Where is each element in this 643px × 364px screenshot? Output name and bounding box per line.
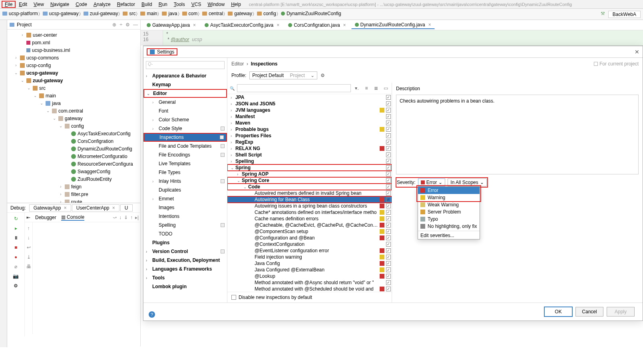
run-tab-more[interactable]: U [120, 204, 133, 212]
settings-search[interactable] [146, 61, 225, 69]
inspection-item[interactable]: Method annotated with @Scheduled should … [227, 286, 392, 292]
inspection-item[interactable]: @ComponentScan setup [227, 228, 392, 235]
menu-code[interactable]: Code [72, 1, 90, 8]
inspection-checkbox[interactable] [386, 184, 391, 189]
breadcrumb-config[interactable]: config [257, 11, 276, 16]
close-tab-icon[interactable]: × [277, 22, 279, 28]
inspection-item[interactable]: Cache* annotations defined on interfaces… [227, 209, 392, 216]
inspection-checkbox[interactable] [386, 216, 391, 221]
settings-tree-item[interactable]: Font [143, 107, 227, 115]
apply-button[interactable]: Apply [607, 307, 635, 317]
tree-item[interactable]: ⌄ucsp-gateway [7, 69, 140, 77]
inspection-checkbox[interactable] [386, 191, 391, 196]
menu-view[interactable]: View [30, 1, 47, 8]
settings-tree-item[interactable]: Live Templates [143, 159, 227, 168]
menu-file[interactable]: File [2, 1, 16, 8]
inspection-item[interactable]: Field injection warning [227, 254, 392, 260]
breakpoints-icon[interactable]: ● [14, 254, 17, 260]
menu-tools[interactable]: Tools [171, 1, 188, 8]
camera-icon[interactable]: 📷 [13, 273, 19, 279]
tree-item[interactable]: ⌄java [7, 99, 140, 107]
tree-item[interactable]: ⌄src [7, 84, 140, 92]
settings-tree-item[interactable]: ›General [143, 98, 227, 107]
inspection-checkbox[interactable] [386, 127, 391, 132]
tree-item[interactable]: ›user-center [7, 31, 140, 39]
tree-item[interactable]: ⌄com.central [7, 107, 140, 115]
cancel-button[interactable]: Cancel [575, 307, 603, 317]
inspection-checkbox[interactable] [386, 152, 391, 157]
tree-item[interactable]: ⌄zuul-gateway [7, 77, 140, 84]
tree-item[interactable]: ⌄gateway [7, 115, 140, 122]
settings-tree-item[interactable]: File and Code Templates [143, 142, 227, 150]
breadcrumb-java[interactable]: java [162, 11, 177, 16]
inspection-checkbox[interactable] [386, 159, 391, 164]
breadcrumb-central[interactable]: central [202, 11, 223, 16]
menu-navigate[interactable]: Navigate [47, 1, 72, 8]
tree-item[interactable]: ›ucsp-config [7, 61, 140, 69]
settings-tree-item[interactable]: Intentions [143, 212, 227, 221]
severity-option[interactable]: No highlighting, only fix [418, 223, 480, 230]
filter-icon[interactable]: ▾. [353, 85, 360, 92]
breadcrumb-ucsp-gateway[interactable]: ucsp-gateway [43, 11, 79, 16]
inspections-tree[interactable]: ›JPA›JSON and JSON5›JVM languages›Manife… [227, 94, 392, 292]
settings-tree-item[interactable]: ›Inlay Hints [143, 177, 227, 186]
tree-item[interactable]: DynamicZuulRouteConfig [7, 145, 140, 152]
settings-tree-item[interactable]: ⌄Editor [143, 89, 227, 98]
inspection-item[interactable]: ›RegExp [227, 139, 392, 145]
menu-window[interactable]: Window [204, 1, 228, 8]
inspection-item[interactable]: ›Shell Script [227, 152, 392, 158]
settings-tree-item[interactable]: ›Code Style [143, 124, 227, 133]
settings-tree-item[interactable]: Plugins [143, 238, 227, 247]
build-icon[interactable]: ⚒ [601, 11, 605, 18]
tree-item[interactable]: ResourceServerConfigura [7, 160, 140, 168]
run-config-button[interactable]: BackWebA [608, 11, 641, 18]
severity-option[interactable]: Warning [418, 194, 480, 201]
project-hide-icon[interactable]: — [133, 22, 138, 28]
inspection-checkbox[interactable] [386, 133, 391, 138]
project-settings-icon[interactable]: ⚙ [125, 22, 130, 28]
run-tab-gatewayapp[interactable]: GatewayApp × [29, 204, 71, 212]
inspection-item[interactable]: @EventListener configuration error [227, 247, 392, 254]
settings-tree-item[interactable]: Spelling [143, 221, 227, 229]
inspection-item[interactable]: Method annotated with @Async should retu… [227, 279, 392, 286]
severity-option[interactable]: Weak Warning [418, 201, 480, 208]
console-up-icon[interactable]: ↑ [28, 226, 30, 231]
inspection-checkbox[interactable] [386, 95, 391, 100]
inspection-checkbox[interactable] [386, 197, 391, 202]
inspection-item[interactable]: ⌄Spring [227, 164, 392, 171]
breadcrumb-src[interactable]: src [123, 11, 135, 16]
tree-item[interactable]: ucsp-business.iml [7, 46, 140, 54]
tree-item[interactable]: ›feign [7, 183, 140, 190]
expand-all-icon[interactable]: ≡ [363, 85, 370, 92]
close-tab-icon[interactable]: × [193, 22, 196, 28]
tree-item[interactable]: ›ucsp-commons [7, 54, 140, 61]
settings-tree-item[interactable]: Images [143, 203, 227, 212]
menu-edit[interactable]: Edit [16, 1, 30, 8]
settings-icon[interactable]: ⚙ [14, 283, 18, 289]
settings-tree-item[interactable]: TODO [143, 229, 227, 238]
inspection-item[interactable]: ›Spring AOP [227, 171, 392, 177]
settings-tree-item[interactable]: ›Languages & Frameworks [143, 265, 227, 273]
inspection-item[interactable]: ›JPA [227, 94, 392, 101]
step-over-icon[interactable]: ⤻ [113, 215, 117, 220]
tree-item[interactable]: ZuulRouteEntity [7, 175, 140, 183]
step-out-icon[interactable]: ↑ [130, 215, 133, 220]
inspection-item[interactable]: Autowiring issues in a spring bean class… [227, 203, 392, 209]
inspection-item[interactable]: @Configuration and @Bean [227, 235, 392, 241]
console-down-icon[interactable]: ↓ [28, 235, 30, 241]
inspection-item[interactable]: ›Spelling [227, 158, 392, 164]
editor-tab[interactable]: DynamicZuulRouteConfig.java× [351, 21, 435, 29]
inspection-checkbox[interactable] [386, 274, 391, 279]
inspection-checkbox[interactable] [386, 165, 391, 170]
inspection-checkbox[interactable] [386, 114, 391, 119]
inspection-checkbox[interactable] [386, 261, 391, 266]
inspection-checkbox[interactable] [386, 172, 391, 176]
settings-tree-item[interactable]: Keymap [143, 80, 227, 89]
settings-tree-item[interactable]: ›Appearance & Behavior [143, 71, 227, 80]
inspection-item[interactable]: ›JSON and JSON5 [227, 101, 392, 107]
inspection-item[interactable]: ›Properties Files [227, 133, 392, 139]
console-scroll-icon[interactable]: ⤓ [27, 254, 31, 260]
severity-option[interactable]: Typo [418, 216, 480, 223]
help-icon[interactable]: ? [149, 311, 155, 318]
editor-tab[interactable]: CorsConfigration.java× [285, 21, 349, 29]
